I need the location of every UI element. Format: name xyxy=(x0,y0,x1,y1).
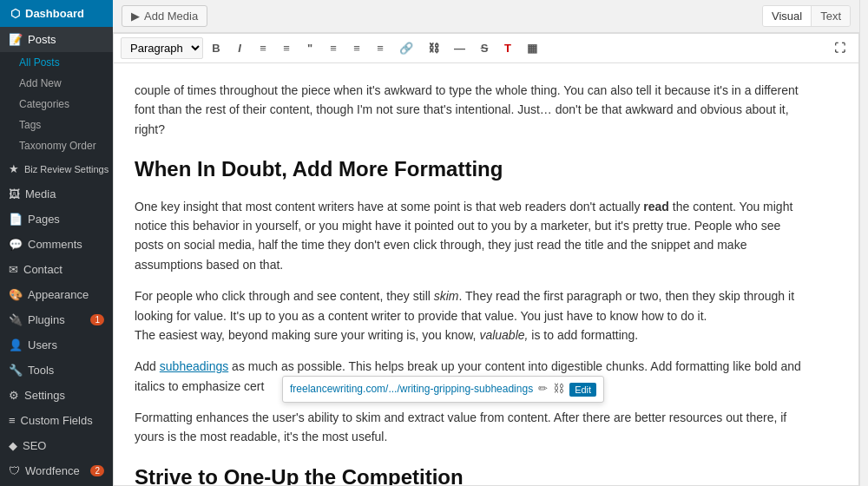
appearance-label: Appearance xyxy=(28,288,89,301)
tools-label: Tools xyxy=(28,364,54,377)
right-sidebar xyxy=(859,0,868,486)
sidebar-item-comments[interactable]: 💬 Comments xyxy=(0,232,113,257)
add-media-icon: ▶ xyxy=(131,10,140,23)
italic-button[interactable]: I xyxy=(229,38,250,58)
settings-label: Settings xyxy=(24,389,65,402)
main-area: ▶ Add Media Visual Text Paragraph B I ≡ … xyxy=(113,0,859,486)
text-color-button[interactable]: T xyxy=(497,38,518,58)
sidebar-sub-taxonomy-order[interactable]: Taxonomy Order xyxy=(0,135,113,156)
settings-icon: ⚙ xyxy=(9,389,19,402)
sidebar-item-contact[interactable]: ✉ Contact xyxy=(0,257,113,282)
wordfence-label: Wordfence xyxy=(25,464,80,477)
link-edit-button[interactable]: Edit xyxy=(569,383,596,397)
sidebar-item-custom-fields[interactable]: ≡ Custom Fields xyxy=(0,408,113,433)
comments-icon: 💬 xyxy=(9,238,23,251)
link-url[interactable]: freelancewriting.com/.../writing-grippin… xyxy=(290,381,533,397)
sidebar-item-users[interactable]: 👤 Users xyxy=(0,332,113,358)
topbar: ▶ Add Media Visual Text xyxy=(113,0,859,33)
link-edit-icon[interactable]: ✏ xyxy=(538,380,548,398)
visual-text-tabs: Visual Text xyxy=(762,5,851,27)
contact-label: Contact xyxy=(23,263,62,276)
text-tab[interactable]: Text xyxy=(812,6,850,26)
sidebar: ⬡ Dashboard 📝 Posts All Posts Add New Ca… xyxy=(0,0,113,486)
plugins-badge: 1 xyxy=(90,314,104,325)
sidebar-sub-all-posts[interactable]: All Posts xyxy=(0,52,113,73)
blockquote-button[interactable]: " xyxy=(299,38,320,58)
sidebar-sub-add-new[interactable]: Add New xyxy=(0,73,113,94)
sidebar-header[interactable]: ⬡ Dashboard xyxy=(0,0,113,27)
plugins-label: Plugins xyxy=(28,313,65,326)
editor-para-3b: The easiest way, beyond making sure your… xyxy=(135,325,805,345)
custom-fields-icon: ≡ xyxy=(9,414,16,427)
sidebar-item-seo[interactable]: ◆ SEO xyxy=(0,433,113,458)
custom-fields-label: Custom Fields xyxy=(21,414,93,427)
editor-para-1: couple of times throughout the piece whe… xyxy=(135,81,805,139)
strikethrough-button[interactable]: S xyxy=(474,38,495,58)
wp-logo-icon: ⬡ xyxy=(10,7,20,20)
align-right-button[interactable]: ≡ xyxy=(370,38,391,58)
sidebar-sub-tags[interactable]: Tags xyxy=(0,115,113,135)
fullscreen-button[interactable]: ⛶ xyxy=(828,38,852,58)
wordfence-badge: 2 xyxy=(90,465,104,476)
editor-para-2: One key insight that most content writer… xyxy=(135,197,805,275)
insert-more-button[interactable]: — xyxy=(448,38,471,58)
pages-icon: 📄 xyxy=(9,213,23,226)
align-center-button[interactable]: ≡ xyxy=(346,38,367,58)
pages-label: Pages xyxy=(28,213,60,226)
posts-icon: 📝 xyxy=(9,33,23,46)
wordfence-icon: 🛡 xyxy=(9,464,20,477)
sidebar-item-wordfence[interactable]: 🛡 Wordfence 2 xyxy=(0,458,113,483)
link-button[interactable]: 🔗 xyxy=(393,38,419,58)
add-media-button[interactable]: ▶ Add Media xyxy=(122,5,207,27)
users-label: Users xyxy=(28,338,57,351)
editor-toolbar: Paragraph B I ≡ ≡ " ≡ ≡ ≡ 🔗 ⛓ — S T ▦ ⛶ xyxy=(113,33,859,62)
paragraph-select[interactable]: Paragraph xyxy=(121,37,203,59)
unordered-list-button[interactable]: ≡ xyxy=(253,38,273,58)
sidebar-item-media[interactable]: 🖼 Media xyxy=(0,181,113,207)
link-remove-icon[interactable]: ⛓ xyxy=(553,380,564,398)
ordered-list-button[interactable]: ≡ xyxy=(276,38,297,58)
plugins-icon: 🔌 xyxy=(9,313,23,326)
sidebar-item-pages[interactable]: 📄 Pages xyxy=(0,207,113,232)
sidebar-header-label: Dashboard xyxy=(25,7,84,20)
link-tooltip: freelancewriting.com/.../writing-grippin… xyxy=(282,376,604,403)
taxonomy-order-label: Taxonomy Order xyxy=(19,140,96,152)
editor-wrapper: couple of times throughout the piece whe… xyxy=(113,62,859,486)
editor-heading-2: Strive to One-Up the Competition xyxy=(135,461,805,486)
seo-icon: ◆ xyxy=(9,439,17,452)
editor-para-3: For people who click through and see con… xyxy=(135,286,805,325)
biz-review-label: Biz Review Settings xyxy=(24,164,108,174)
appearance-icon: 🎨 xyxy=(9,288,23,301)
subheadings-link[interactable]: subheadings xyxy=(160,359,228,373)
sidebar-item-tools[interactable]: 🔧 Tools xyxy=(0,358,113,383)
add-media-label: Add Media xyxy=(144,10,198,23)
bold-button[interactable]: B xyxy=(206,38,227,58)
editor-para-6: Formatting enhances the user's ability t… xyxy=(135,408,805,447)
sidebar-item-posts[interactable]: 📝 Posts xyxy=(0,27,113,52)
contact-icon: ✉ xyxy=(9,263,18,276)
editor-heading-1: When In Doubt, Add More Formatting xyxy=(135,153,805,186)
sidebar-item-biz-review[interactable]: ★ Biz Review Settings xyxy=(0,156,113,181)
users-icon: 👤 xyxy=(9,338,23,351)
editor-content[interactable]: couple of times throughout the piece whe… xyxy=(114,63,825,486)
visual-tab[interactable]: Visual xyxy=(763,6,812,26)
tools-icon: 🔧 xyxy=(9,364,23,377)
seo-label: SEO xyxy=(23,439,46,452)
biz-review-icon: ★ xyxy=(9,162,19,175)
sidebar-item-appearance[interactable]: 🎨 Appearance xyxy=(0,282,113,307)
sidebar-sub-categories[interactable]: Categories xyxy=(0,94,113,115)
sidebar-item-settings[interactable]: ⚙ Settings xyxy=(0,383,113,408)
sidebar-label: Posts xyxy=(28,33,56,46)
editor-para-5: Add subheadings as much as possible. Thi… xyxy=(135,357,805,396)
table-button[interactable]: ▦ xyxy=(521,38,543,58)
media-icon: 🖼 xyxy=(9,187,20,200)
unlink-button[interactable]: ⛓ xyxy=(422,38,445,58)
media-label: Media xyxy=(25,187,56,200)
comments-label: Comments xyxy=(28,238,82,251)
sidebar-item-plugins[interactable]: 🔌 Plugins 1 xyxy=(0,307,113,332)
align-left-button[interactable]: ≡ xyxy=(323,38,344,58)
